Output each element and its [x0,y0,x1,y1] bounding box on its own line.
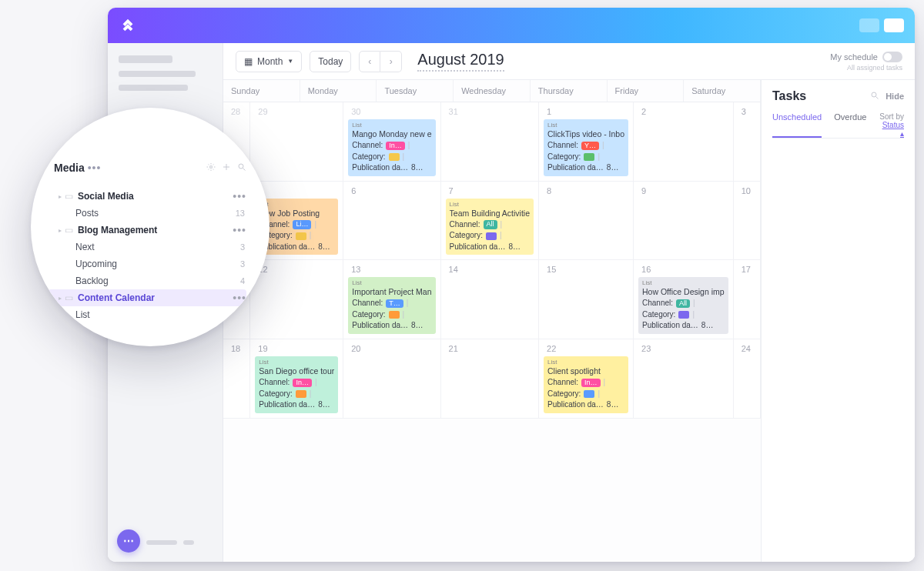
tab-overdue[interactable]: Overdue [834,112,866,138]
more-icon[interactable]: ••• [233,224,246,236]
calendar-cell[interactable]: 8 [539,182,634,261]
calendar-cell[interactable]: 13ListImportant Project ManChannel:T…|Ca… [343,260,440,339]
calendar-event[interactable]: ListImportant Project ManChannel:T…|Cate… [348,277,435,334]
calendar-cell[interactable]: 23 [634,339,734,419]
calendar-cell[interactable]: 15 [539,260,634,339]
calendar-cell[interactable]: 30ListMango Monday new eChannel:In…|Cate… [343,102,440,182]
day-number: 19 [253,342,340,355]
event-category-label: Category: [259,389,292,399]
svg-point-0 [872,92,876,97]
event-channel-chip: Li… [293,220,311,229]
today-button[interactable]: Today [310,51,351,72]
event-channel-label: Channel: [352,299,383,309]
event-channel-label: Channel: [259,378,290,388]
calendar-cell[interactable]: 31 [441,102,539,182]
event-list-tag: List [547,122,624,129]
calendar-cell[interactable]: 7ListTeam Building ActivitieChannel:All|… [441,182,539,261]
calendar-event[interactable]: ListClickTips video - InboChannel:Y…|Cat… [544,119,628,176]
sidebar-item[interactable]: ▸▭Blog Management••• [52,222,246,239]
calendar-cell[interactable]: 22ListClient spotlightChannel:In…|Catego… [539,339,634,419]
event-list-tag: List [259,359,334,366]
day-number: 21 [444,342,535,355]
my-schedule-toggle[interactable] [882,52,902,62]
sidebar-item-label: Posts [75,208,99,219]
more-icon[interactable]: ••• [88,162,102,174]
sidebar-item[interactable]: Upcoming3 [52,255,246,272]
topbar-pill-2[interactable] [884,18,904,32]
event-publication-value: 8… [318,242,330,252]
sidebar-item[interactable]: Next3 [52,239,246,255]
event-publication-value: 8… [411,163,424,173]
calendar-icon: ▦ [244,56,253,67]
calendar-cell[interactable]: 17 [734,260,761,339]
event-publication-value: 8… [607,163,619,173]
calendar-cell[interactable]: 20 [343,339,440,419]
sidebar-item[interactable]: Backlog4 [52,272,246,289]
tasks-hide-button[interactable]: Hide [886,92,904,101]
event-channel-label: Channel: [352,141,383,151]
topbar-pill-1[interactable] [859,18,879,32]
sidebar-item-label: Blog Management [78,225,157,235]
calendar-title: August 2019 [417,51,504,72]
dow-label: Monday [300,80,377,102]
calendar-cell[interactable]: 16ListHow Office Design impChannel:All|C… [634,260,734,339]
calendar-event[interactable]: ListMango Monday new eChannel:In…|Catego… [348,119,435,176]
day-number: 31 [444,105,535,118]
sidebar-item-label: List [75,309,90,320]
calendar-cell[interactable]: 3 [734,102,761,182]
event-list-tag: List [352,122,431,129]
calendar-cell[interactable]: 18 [223,339,250,419]
sidebar-item-count: 4 [240,276,246,286]
sidebar-item-label: Content Calendar [78,292,155,303]
calendar-cell[interactable]: 6 [343,182,440,261]
day-number: 9 [637,185,730,197]
day-number: 18 [226,342,246,355]
app-logo-icon [119,16,137,35]
sidebar-item[interactable]: ▸▭Social Media••• [52,188,246,205]
plus-icon[interactable] [222,162,231,174]
event-title: San Diego office tour [259,366,334,376]
zoom-space-header: Media ••• [54,162,246,174]
calendar-cell[interactable]: 10 [734,182,761,261]
event-title: Client spotlight [547,366,624,376]
calendar-event[interactable]: ListSan Diego office tourChannel:In…|Cat… [255,356,338,413]
event-category-label: Category: [450,231,483,241]
event-list-tag: List [642,279,725,287]
nav-buttons: ‹ › [359,51,402,72]
calendar-event[interactable]: ListClient spotlightChannel:In…|Category… [544,356,628,413]
calendar-cell[interactable]: 12 [250,260,343,339]
sidebar-item[interactable]: Posts13 [52,205,246,222]
folder-icon: ▭ [65,191,73,202]
tab-unscheduled[interactable]: Unscheduled [772,112,822,138]
calendar-cell[interactable]: 29 [250,102,343,182]
event-publication-label: Publication da… [352,321,408,331]
calendar-cell[interactable]: 19ListSan Diego office tourChannel:In…|C… [250,339,343,419]
event-channel-label: Channel: [547,141,578,151]
sidebar-item[interactable]: List8 [52,306,246,323]
more-icon[interactable]: ••• [233,190,246,202]
calendar-cell[interactable]: 9 [634,182,734,261]
sidebar-item-content-calendar[interactable]: ▸▭Content Calendar••• [48,289,246,306]
next-button[interactable]: › [380,51,402,72]
view-switch-button[interactable]: ▦ Month ▼ [236,51,302,72]
prev-button[interactable]: ‹ [359,51,380,72]
calendar-cell[interactable]: 1ListClickTips video - InboChannel:Y…|Ca… [539,102,634,182]
gear-icon[interactable] [206,162,216,174]
event-channel-chip: Y… [581,142,599,150]
calendar-cell[interactable]: 2 [634,102,734,182]
event-list-tag: List [450,201,530,209]
calendar-event[interactable]: ListTeam Building ActivitieChannel:All|C… [446,199,534,255]
dow-label: Thursday [531,80,608,102]
calendar-cell[interactable]: 24 [734,339,761,419]
calendar-event[interactable]: ListHow Office Design impChannel:All|Cat… [638,277,728,334]
event-channel-label: Channel: [450,220,480,230]
tasks-sort[interactable]: Sort by Status ▴ [879,112,904,138]
sidebar-item-count: 3 [240,242,246,252]
chevron-right-icon: ▸ [59,193,62,200]
chat-icon[interactable]: ⋯ [117,529,140,553]
day-number: 7 [444,185,535,197]
calendar-cell[interactable]: 21 [441,339,539,419]
search-icon[interactable] [237,162,246,174]
search-icon[interactable] [870,91,879,102]
calendar-cell[interactable]: 14 [441,260,539,339]
